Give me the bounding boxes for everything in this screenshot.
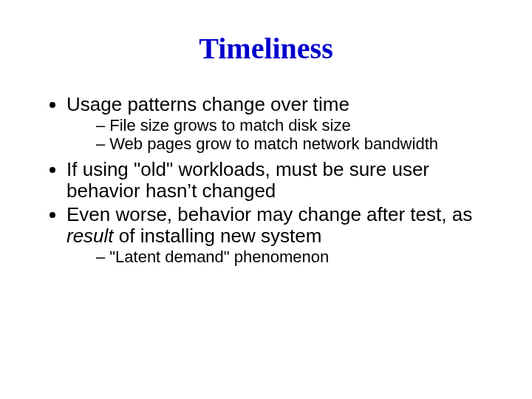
slide: Timeliness Usage patterns change over ti…: [0, 31, 532, 399]
bullet-2: If using "old" workloads, must be sure u…: [66, 159, 488, 202]
bullet-3-subs: – "Latent demand" phenomenon: [66, 248, 488, 267]
dash-icon: –: [96, 248, 105, 267]
sub-3-1: – "Latent demand" phenomenon: [96, 248, 488, 267]
sub-1-2-text: Web pages grow to match network bandwidt…: [109, 135, 438, 154]
dash-icon: –: [96, 135, 105, 154]
bullet-3: Even worse, behavior may change after te…: [66, 204, 488, 267]
bullet-3-pre: Even worse, behavior may change after te…: [66, 203, 472, 225]
sub-3-1-text: "Latent demand" phenomenon: [109, 248, 329, 267]
sub-1-2: – Web pages grow to match network bandwi…: [96, 135, 488, 154]
bullet-1: Usage patterns change over time – File s…: [66, 94, 488, 153]
bullet-3-em: result: [66, 225, 114, 247]
bullet-2-post: t changed: [191, 180, 276, 202]
bullet-1-text: Usage patterns change over time: [66, 93, 349, 115]
slide-title: Timeliness: [0, 31, 532, 66]
bullet-1-subs: – File size grows to match disk size – W…: [66, 117, 488, 153]
slide-content: Usage patterns change over time – File s…: [44, 94, 488, 266]
bullet-list: Usage patterns change over time – File s…: [44, 94, 488, 266]
sub-1-1: – File size grows to match disk size: [96, 117, 488, 135]
bullet-3-post: of installing new system: [114, 225, 322, 247]
sub-1-1-text: File size grows to match disk size: [109, 117, 350, 135]
dash-icon: –: [96, 117, 105, 135]
